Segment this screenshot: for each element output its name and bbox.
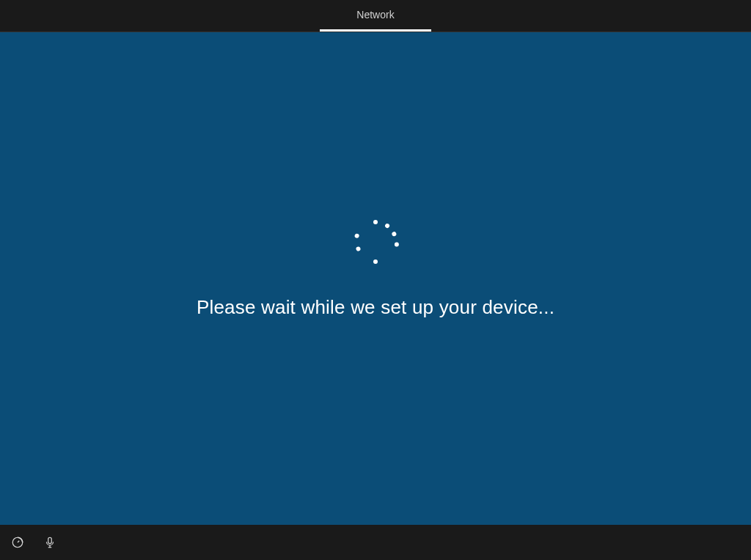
setup-content: Please wait while we set up your device.…: [0, 32, 751, 525]
tab-network[interactable]: Network: [320, 0, 431, 32]
microphone-icon[interactable]: [43, 535, 57, 550]
status-message: Please wait while we set up your device.…: [197, 296, 554, 319]
tab-label: Network: [356, 9, 394, 21]
bottom-toolbar: [0, 525, 751, 560]
loading-spinner-icon: [350, 217, 401, 268]
ease-of-access-icon[interactable]: [10, 535, 25, 550]
title-bar: Network: [0, 0, 751, 32]
svg-rect-1: [48, 537, 52, 543]
